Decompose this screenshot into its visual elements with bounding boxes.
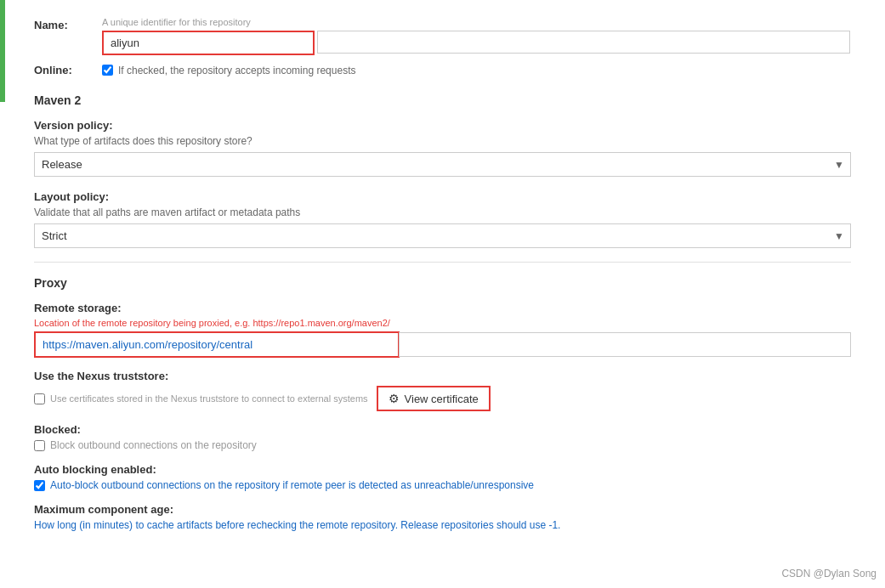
- online-field-row: Online: If checked, the repository accep…: [34, 64, 851, 76]
- auto-blocking-section: Auto blocking enabled: Auto-block outbou…: [34, 463, 851, 491]
- auto-blocking-label: Auto blocking enabled:: [34, 463, 851, 476]
- online-content: If checked, the repository accepts incom…: [102, 65, 355, 76]
- layout-policy-hint: Validate that all paths are maven artifa…: [34, 206, 851, 218]
- blocked-checkbox[interactable]: [34, 440, 45, 451]
- name-input-wrapper: [102, 31, 315, 55]
- max-age-hint: How long (in minutes) to cache artifacts…: [34, 519, 851, 531]
- online-label: Online:: [34, 64, 102, 76]
- online-hint: If checked, the repository accepts incom…: [118, 65, 355, 76]
- blocked-label: Blocked:: [34, 423, 851, 436]
- remote-storage-hint: Location of the remote repository being …: [34, 318, 851, 328]
- maven2-title: Maven 2: [34, 93, 851, 107]
- truststore-hint: Use certificates stored in the Nexus tru…: [50, 393, 368, 404]
- truststore-section: Use the Nexus truststore: Use certificat…: [34, 370, 851, 411]
- blocked-section: Blocked: Block outbound connections on t…: [34, 423, 851, 451]
- page-container: Name: A unique identifier for this repos…: [0, 0, 885, 588]
- section-divider: [34, 262, 851, 263]
- online-checkbox[interactable]: [102, 65, 113, 76]
- proxy-section: Proxy Remote storage: Location of the re…: [34, 276, 851, 531]
- name-field-content: A unique identifier for this repository: [102, 17, 851, 55]
- version-policy-wrapper: Release Snapshot Mixed ▼: [34, 152, 851, 177]
- layout-policy-wrapper: Strict Permissive ▼: [34, 223, 851, 248]
- left-accent: [0, 0, 5, 102]
- remote-storage-section: Remote storage: Location of the remote r…: [34, 302, 851, 358]
- version-policy-select[interactable]: Release Snapshot Mixed: [34, 152, 851, 177]
- remote-storage-input[interactable]: [36, 333, 398, 356]
- name-label: Name:: [34, 17, 102, 31]
- name-input[interactable]: [104, 32, 313, 54]
- truststore-label: Use the Nexus truststore:: [34, 370, 851, 382]
- version-policy-label: Version policy:: [34, 119, 851, 132]
- version-policy-section: Version policy: What type of artifacts d…: [34, 119, 851, 177]
- watermark: CSDN @Dylan Song: [781, 568, 876, 580]
- remote-storage-input-row: [34, 331, 851, 358]
- remote-input-wrapper: [34, 331, 400, 358]
- truststore-row: Use certificates stored in the Nexus tru…: [34, 386, 851, 411]
- auto-blocking-checkbox[interactable]: [34, 480, 45, 491]
- name-hint: A unique identifier for this repository: [102, 17, 851, 27]
- view-certificate-button[interactable]: ⚙ View certificate: [377, 386, 491, 411]
- layout-policy-section: Layout policy: Validate that all paths a…: [34, 190, 851, 248]
- auto-blocking-hint: Auto-block outbound connections on the r…: [50, 479, 534, 491]
- blocked-hint: Block outbound connections on the reposi…: [50, 439, 257, 451]
- auto-blocking-row: Auto-block outbound connections on the r…: [34, 479, 851, 491]
- version-policy-hint: What type of artifacts does this reposit…: [34, 135, 851, 147]
- layout-policy-label: Layout policy:: [34, 190, 851, 203]
- remote-storage-label: Remote storage:: [34, 302, 851, 314]
- name-input-extension[interactable]: [317, 31, 850, 54]
- max-age-label: Maximum component age:: [34, 503, 851, 516]
- max-age-section: Maximum component age: How long (in minu…: [34, 503, 851, 531]
- proxy-title: Proxy: [34, 276, 851, 290]
- truststore-checkbox-row: Use certificates stored in the Nexus tru…: [34, 393, 368, 404]
- name-field-row: Name: A unique identifier for this repos…: [34, 17, 851, 55]
- view-cert-label: View certificate: [405, 393, 479, 405]
- gear-icon: ⚙: [389, 392, 400, 405]
- truststore-checkbox[interactable]: [34, 393, 45, 404]
- layout-policy-select[interactable]: Strict Permissive: [34, 223, 851, 248]
- remote-storage-input-extension[interactable]: [399, 332, 851, 357]
- blocked-row: Block outbound connections on the reposi…: [34, 439, 851, 451]
